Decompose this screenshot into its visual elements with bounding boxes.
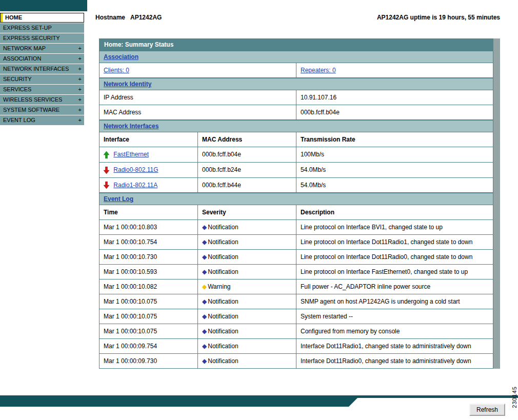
hostname-label: Hostname <box>95 14 125 21</box>
sidebar-item-home[interactable]: HOME <box>0 13 84 23</box>
sidebar-item-label: SECURITY <box>3 76 32 82</box>
event-severity-cell: ◆Notification <box>198 309 296 324</box>
sidebar-item-wireless-services[interactable]: WIRELESS SERVICES + <box>0 95 84 105</box>
network-identity-link[interactable]: Network Identity <box>104 81 151 88</box>
sidebar-item-label: ASSOCIATION <box>3 55 41 62</box>
event-time-cell: Mar 1 00:00:10.593 <box>99 265 198 279</box>
sidebar-item-label: EVENT LOG <box>3 117 35 123</box>
table-row: Radio1-802.11A 000b.fcff.b44e 54.0Mb/s <box>99 177 493 193</box>
event-severity-cell: ◆Notification <box>198 294 296 309</box>
table-row: Clients: 0 Repeaters: 0 <box>99 63 493 78</box>
rate-cell: 54.0Mb/s <box>296 162 493 177</box>
severity-label: Notification <box>208 313 238 320</box>
notification-diamond-icon: ◆ <box>202 343 207 350</box>
notification-diamond-icon: ◆ <box>202 328 207 335</box>
severity-label: Notification <box>208 238 238 246</box>
repeaters-link[interactable]: Repeaters: 0 <box>301 67 336 74</box>
event-row: Mar 1 00:00:10.075 ◆Notification Configu… <box>99 324 493 339</box>
event-time-cell: Mar 1 00:00:10.082 <box>99 279 198 294</box>
notification-diamond-icon: ◆ <box>202 357 207 365</box>
event-row: Mar 1 00:00:10.754 ◆Notification Line pr… <box>99 235 493 250</box>
severity-label: Notification <box>208 253 238 261</box>
interface-cell: FastEthernet <box>99 147 198 163</box>
event-description-cell: Line protocol on Interface BVI1, changed… <box>296 220 493 235</box>
table-header-row: Interface MAC Address Transmission Rate <box>99 132 493 147</box>
notification-diamond-icon: ◆ <box>202 268 207 275</box>
event-log-link[interactable]: Event Log <box>104 195 133 203</box>
brand-corner-block <box>0 0 87 11</box>
mac-cell: 000b.fcff.b24e <box>198 162 296 177</box>
event-row: Mar 1 00:00:09.730 ◆Notification Interfa… <box>99 354 493 369</box>
identity-label-cell: IP Address <box>99 90 296 105</box>
severity-label: Notification <box>208 357 238 365</box>
mac-column-header: MAC Address <box>198 132 296 147</box>
sidebar-item-services[interactable]: SERVICES + <box>0 85 84 94</box>
network-interfaces-link[interactable]: Network Interfaces <box>104 123 158 130</box>
event-time-cell: Mar 1 00:00:10.754 <box>99 235 198 250</box>
interface-link[interactable]: FastEthernet <box>113 151 149 158</box>
event-log-section-header: Event Log <box>99 193 493 205</box>
uptime-text: AP1242AG uptime is 19 hours, 55 minutes <box>377 14 500 21</box>
interface-link[interactable]: Radio0-802.11G <box>113 166 158 173</box>
severity-label: Warning <box>208 283 230 290</box>
association-link[interactable]: Association <box>104 53 138 61</box>
expand-plus-icon: + <box>78 117 82 124</box>
interface-link[interactable]: Radio1-802.11A <box>113 182 157 189</box>
sidebar-item-network-map[interactable]: NETWORK MAP + <box>0 44 84 53</box>
event-description-cell: SNMP agent on host AP1242AG is undergoin… <box>296 294 493 309</box>
sidebar-item-event-log[interactable]: EVENT LOG + <box>0 115 84 125</box>
event-severity-cell: ◆Warning <box>198 279 296 294</box>
panel-title: Home: Summary Status <box>99 38 493 51</box>
sidebar-item-label: NETWORK MAP <box>3 45 46 51</box>
table-header-row: Time Severity Description <box>99 205 493 220</box>
sidebar-item-express-security[interactable]: EXPRESS SECURITY <box>0 33 84 43</box>
expand-plus-icon: + <box>78 55 82 62</box>
notification-diamond-icon: ◆ <box>202 224 207 231</box>
figure-number: 230145 <box>511 386 517 408</box>
association-table: Clients: 0 Repeaters: 0 <box>99 63 493 78</box>
interface-column-header: Interface <box>99 132 198 147</box>
event-severity-cell: ◆Notification <box>198 265 296 279</box>
network-interfaces-table: Interface MAC Address Transmission Rate … <box>99 132 493 193</box>
event-row: Mar 1 00:00:10.593 ◆Notification Line pr… <box>99 265 493 279</box>
clients-link[interactable]: Clients: 0 <box>104 67 129 74</box>
event-severity-cell: ◆Notification <box>198 354 296 369</box>
event-time-cell: Mar 1 00:00:10.730 <box>99 250 198 265</box>
event-description-cell: Full power - AC_ADAPTOR inline power sou… <box>296 279 493 294</box>
refresh-button[interactable]: Refresh <box>469 404 505 416</box>
rate-cell: 100Mb/s <box>296 147 493 163</box>
interface-cell: Radio1-802.11A <box>99 177 198 193</box>
warning-diamond-icon: ◆ <box>202 283 207 290</box>
time-column-header: Time <box>99 205 198 220</box>
sidebar-item-security[interactable]: SECURITY + <box>0 74 84 84</box>
hostname-line: HostnameAP1242AG <box>95 14 162 21</box>
down-arrow-icon <box>104 167 109 174</box>
sidebar-item-association[interactable]: ASSOCIATION + <box>0 54 84 64</box>
event-row: Mar 1 00:00:09.754 ◆Notification Interfa… <box>99 339 493 354</box>
sidebar-item-label: WIRELESS SERVICES <box>3 96 62 103</box>
severity-label: Notification <box>208 298 238 305</box>
sidebar-item-system-software[interactable]: SYSTEM SOFTWARE + <box>0 105 84 115</box>
network-interfaces-section-header: Network Interfaces <box>99 120 493 132</box>
event-description-cell: Line protocol on Interface Dot11Radio1, … <box>296 235 493 250</box>
event-description-cell: Line protocol on Interface FastEthernet0… <box>296 265 493 279</box>
sidebar-item-network-interfaces[interactable]: NETWORK INTERFACES + <box>0 64 84 74</box>
mac-cell: 000b.fcff.b04e <box>198 147 296 163</box>
event-row: Mar 1 00:00:10.075 ◆Notification SNMP ag… <box>99 294 493 309</box>
event-description-cell: Interface Dot11Radio0, changed state to … <box>296 354 493 369</box>
identity-value-cell: 000b.fcff.b04e <box>296 105 493 120</box>
repeaters-cell: Repeaters: 0 <box>296 63 493 78</box>
expand-plus-icon: + <box>78 76 82 83</box>
hostname-value: AP1242AG <box>130 14 162 21</box>
expand-plus-icon: + <box>78 45 82 52</box>
severity-column-header: Severity <box>198 205 296 220</box>
sidebar-item-label: HOME <box>5 14 22 21</box>
event-log-table: Time Severity Description Mar 1 00:00:10… <box>99 205 493 369</box>
sidebar-item-express-set-up[interactable]: EXPRESS SET-UP <box>0 23 84 33</box>
event-severity-cell: ◆Notification <box>198 250 296 265</box>
table-row: FastEthernet 000b.fcff.b04e 100Mb/s <box>99 147 493 163</box>
identity-value-cell: 10.91.107.16 <box>296 90 493 105</box>
sidebar-nav: HOME EXPRESS SET-UP EXPRESS SECURITY NET… <box>0 13 84 126</box>
event-severity-cell: ◆Notification <box>198 235 296 250</box>
interface-cell: Radio0-802.11G <box>99 162 198 177</box>
